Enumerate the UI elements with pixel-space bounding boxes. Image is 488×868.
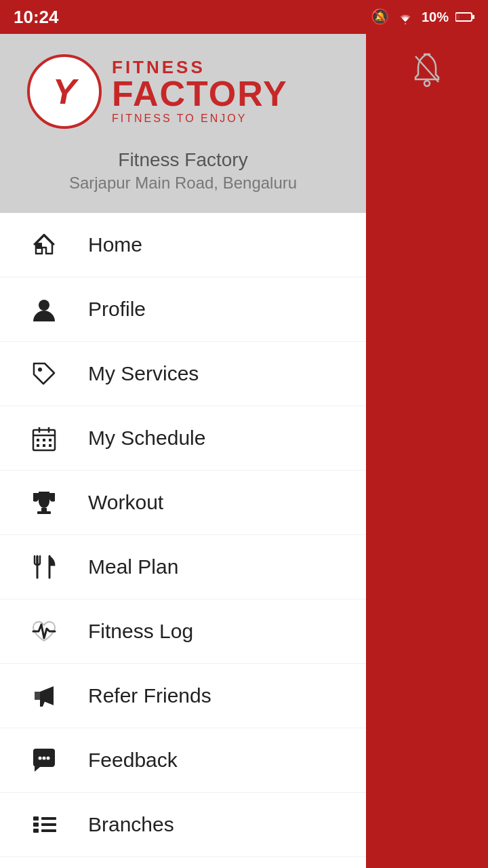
svg-rect-27 bbox=[35, 692, 40, 700]
nav-label-profile: Profile bbox=[88, 298, 146, 321]
svg-rect-33 bbox=[33, 829, 39, 833]
nav-label-branches: Branches bbox=[88, 813, 174, 836]
nav-label-fitness-log: Fitness Log bbox=[88, 620, 193, 643]
svg-rect-14 bbox=[37, 439, 39, 441]
nav-label-refer-friends: Refer Friends bbox=[88, 684, 211, 707]
refer-icon bbox=[27, 679, 61, 713]
drawer-header: Y FITNESS FACTORY FITNESS TO ENJOY Fitne… bbox=[0, 34, 366, 213]
nav-label-meal-plan: Meal Plan bbox=[88, 555, 178, 578]
battery-icon bbox=[455, 12, 474, 22]
nav-item-my-schedule[interactable]: My Schedule bbox=[0, 406, 366, 471]
logo-y-letter: Y bbox=[53, 71, 77, 112]
logo-text-block: FITNESS FACTORY FITNESS TO ENJOY bbox=[112, 58, 288, 125]
logo-factory-text: FACTORY bbox=[112, 76, 288, 111]
branches-icon bbox=[27, 808, 61, 842]
nav-label-home: Home bbox=[88, 233, 142, 256]
svg-rect-19 bbox=[49, 444, 52, 447]
nav-item-home[interactable]: Home bbox=[0, 213, 366, 277]
battery-percentage: 10% bbox=[422, 9, 449, 25]
svg-point-8 bbox=[39, 300, 49, 311]
svg-rect-16 bbox=[49, 439, 52, 441]
status-time: 10:24 bbox=[14, 7, 59, 28]
bell-icon[interactable] bbox=[410, 51, 444, 87]
workout-icon bbox=[27, 486, 61, 519]
svg-rect-15 bbox=[43, 439, 45, 441]
nav-label-feedback: Feedback bbox=[88, 749, 178, 772]
nav-item-refer-friends[interactable]: Refer Friends bbox=[0, 664, 366, 728]
gym-name: Fitness Factory bbox=[27, 149, 339, 171]
nav-item-branches[interactable]: Branches bbox=[0, 793, 366, 857]
svg-point-29 bbox=[43, 757, 46, 760]
meal-icon bbox=[27, 550, 61, 584]
wifi-icon bbox=[396, 9, 415, 24]
gym-info: Fitness Factory Sarjapur Main Road, Beng… bbox=[27, 149, 339, 193]
services-icon bbox=[27, 357, 61, 391]
home-icon bbox=[27, 228, 61, 262]
nav-item-feedback[interactable]: Feedback bbox=[0, 728, 366, 793]
svg-point-28 bbox=[39, 757, 42, 760]
svg-rect-31 bbox=[33, 816, 39, 821]
svg-rect-34 bbox=[41, 817, 56, 820]
gym-address: Sarjapur Main Road, Bengaluru bbox=[27, 174, 339, 193]
svg-rect-2 bbox=[472, 15, 474, 19]
status-bar: 10:24 🔕 10% bbox=[0, 0, 488, 34]
svg-point-3 bbox=[424, 81, 430, 86]
svg-point-9 bbox=[38, 368, 42, 372]
svg-rect-21 bbox=[37, 511, 51, 514]
svg-point-30 bbox=[47, 757, 50, 760]
feedback-icon bbox=[27, 743, 61, 777]
svg-rect-35 bbox=[41, 823, 56, 826]
schedule-icon bbox=[27, 421, 61, 455]
nav-label-workout: Workout bbox=[88, 491, 163, 514]
nav-item-profile[interactable]: Profile bbox=[0, 277, 366, 342]
drawer: Y FITNESS FACTORY FITNESS TO ENJOY Fitne… bbox=[0, 34, 366, 868]
svg-rect-1 bbox=[457, 14, 460, 20]
profile-icon bbox=[27, 292, 61, 326]
logo-circle: Y bbox=[27, 54, 102, 129]
nav-item-meal-plan[interactable]: Meal Plan bbox=[0, 535, 366, 599]
nav-label-my-services: My Services bbox=[88, 362, 199, 385]
nav-item-my-services[interactable]: My Services bbox=[0, 342, 366, 406]
nav-list: Home Profile bbox=[0, 213, 366, 868]
svg-rect-18 bbox=[43, 444, 45, 447]
logo-container: Y FITNESS FACTORY FITNESS TO ENJOY bbox=[27, 54, 288, 129]
status-icons: 🔕 10% bbox=[371, 8, 474, 26]
app-container: Y FITNESS FACTORY FITNESS TO ENJOY Fitne… bbox=[0, 34, 488, 868]
mute-icon: 🔕 bbox=[371, 8, 389, 26]
nav-item-fitness-log[interactable]: Fitness Log bbox=[0, 599, 366, 664]
svg-marker-7 bbox=[34, 235, 54, 245]
nav-label-my-schedule: My Schedule bbox=[88, 427, 205, 450]
nav-item-workout[interactable]: Workout bbox=[0, 471, 366, 535]
fitness-log-icon bbox=[27, 614, 61, 648]
logo-tagline-text: FITNESS TO ENJOY bbox=[112, 113, 288, 125]
svg-rect-32 bbox=[33, 823, 39, 827]
svg-rect-17 bbox=[37, 444, 39, 447]
svg-rect-20 bbox=[41, 508, 47, 511]
right-panel bbox=[366, 34, 488, 868]
svg-rect-36 bbox=[41, 829, 56, 832]
